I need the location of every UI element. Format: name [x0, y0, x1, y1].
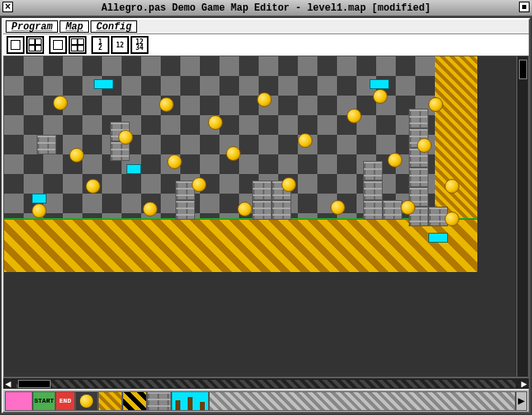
tile-platform[interactable]: [32, 194, 47, 203]
tile-coin[interactable]: [53, 96, 68, 110]
tile-coin[interactable]: [237, 202, 252, 216]
tile-platform[interactable]: [126, 164, 141, 174]
palette-eraser[interactable]: [5, 391, 33, 411]
tile-coin[interactable]: [282, 177, 296, 192]
tool-zoom-single[interactable]: [49, 36, 67, 54]
tool-view-single[interactable]: [7, 36, 24, 54]
palette-coin[interactable]: [75, 391, 98, 411]
tile-brick[interactable]: [363, 200, 383, 220]
palette-start[interactable]: START: [33, 391, 55, 411]
vertical-scroll-thumb[interactable]: [519, 60, 527, 79]
horizontal-scroll-track[interactable]: [16, 380, 516, 388]
palette-mushrooms[interactable]: [171, 391, 209, 411]
menubar: Program Map Config: [3, 20, 529, 34]
close-button[interactable]: ×: [2, 2, 13, 12]
map-viewport[interactable]: [3, 56, 529, 377]
tile-coin[interactable]: [373, 89, 388, 104]
tile-coin[interactable]: [118, 130, 133, 145]
tool-layers-12v[interactable]: 12: [91, 36, 109, 54]
scroll-left-arrow[interactable]: ◄: [3, 379, 13, 389]
application-window: × Allegro.pas Demo Game Map Editor - lev…: [0, 0, 532, 415]
tile-brick[interactable]: [272, 200, 291, 220]
tile-coin[interactable]: [143, 202, 157, 216]
tile-brick[interactable]: [383, 200, 402, 220]
tile-palette: START END ▶: [3, 389, 529, 412]
palette-brick[interactable]: [147, 391, 171, 411]
tile-coin[interactable]: [445, 179, 459, 194]
tile-coin[interactable]: [401, 200, 415, 215]
scroll-right-arrow[interactable]: ►: [519, 379, 529, 389]
tile-platform[interactable]: [94, 79, 113, 89]
tile-coin[interactable]: [428, 97, 443, 112]
tile-brick[interactable]: [363, 181, 383, 200]
menu-program[interactable]: Program: [6, 20, 58, 33]
tile-brick[interactable]: [252, 181, 272, 200]
tile-coin[interactable]: [192, 177, 206, 192]
coin-icon: [80, 395, 93, 408]
horizontal-scrollbar[interactable]: ◄ ►: [3, 377, 529, 389]
tool-zoom-quad[interactable]: [69, 36, 86, 54]
editor-frame: Program Map Config 12 12 1234: [2, 18, 530, 413]
tile-coin[interactable]: [208, 115, 223, 130]
tile-brick[interactable]: [175, 200, 195, 220]
tile-coin[interactable]: [330, 200, 345, 215]
tile-coin[interactable]: [417, 138, 432, 153]
tile-platform[interactable]: [370, 79, 389, 89]
map-canvas[interactable]: [4, 56, 494, 377]
tool-view-quad[interactable]: [26, 36, 44, 54]
mushroom-icon: [175, 400, 180, 410]
horizontal-scroll-thumb[interactable]: [18, 380, 51, 388]
menu-map[interactable]: Map: [60, 20, 89, 33]
tile-coin[interactable]: [32, 203, 47, 218]
palette-end[interactable]: END: [55, 391, 75, 411]
tile-brick[interactable]: [409, 109, 428, 128]
tile-brick[interactable]: [363, 161, 383, 181]
palette-scroll-right[interactable]: ▶: [516, 391, 527, 411]
background-checker: [4, 56, 477, 220]
tile-coin[interactable]: [298, 133, 313, 148]
tile-brick[interactable]: [252, 200, 272, 220]
tile-coin[interactable]: [86, 179, 100, 194]
palette-ground-yellow[interactable]: [98, 391, 122, 411]
vertical-scrollbar[interactable]: [516, 56, 528, 377]
palette-ground-dark[interactable]: [122, 391, 147, 411]
tile-brick[interactable]: [409, 167, 428, 187]
tile-coin[interactable]: [445, 212, 459, 226]
tile-coin[interactable]: [257, 92, 272, 107]
tile-platform[interactable]: [428, 233, 448, 243]
menu-config[interactable]: Config: [91, 20, 137, 33]
void-below: [4, 272, 477, 377]
tile-brick[interactable]: [37, 135, 56, 154]
toolbar: 12 12 1234: [3, 34, 529, 56]
tool-layers-12h[interactable]: 12: [111, 36, 129, 54]
window-title: Allegro.pas Demo Game Map Editor - level…: [101, 2, 430, 14]
tile-coin[interactable]: [388, 153, 402, 167]
mushroom-icon: [188, 397, 193, 410]
palette-overflow[interactable]: [209, 391, 516, 411]
tool-layers-1234[interactable]: 1234: [131, 36, 149, 54]
maximize-button[interactable]: [519, 2, 530, 12]
tile-coin[interactable]: [226, 146, 241, 161]
tile-coin[interactable]: [347, 109, 361, 123]
tile-coin[interactable]: [167, 154, 182, 169]
titlebar[interactable]: × Allegro.pas Demo Game Map Editor - lev…: [0, 0, 532, 16]
ground-stripe: [4, 220, 477, 272]
tile-coin[interactable]: [69, 148, 84, 163]
tile-coin[interactable]: [159, 97, 174, 112]
mushroom-icon: [200, 402, 205, 410]
